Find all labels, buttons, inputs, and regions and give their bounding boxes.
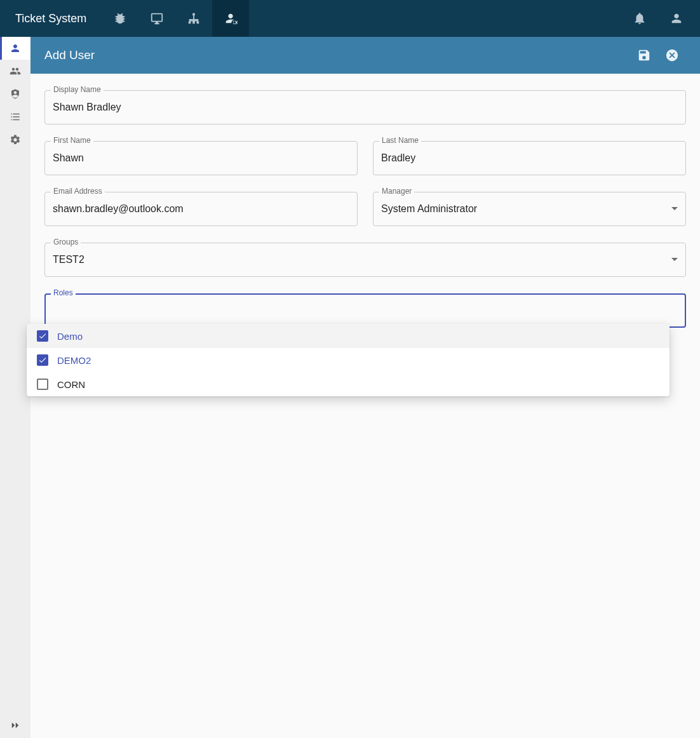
checkbox-checked-icon [37,354,48,366]
display-name-field[interactable]: Display Name [44,90,686,124]
manager-value: System Administrator [381,203,671,215]
roles-option-demo[interactable]: Demo [27,324,670,348]
roles-option-label: CORN [57,379,85,390]
last-name-field[interactable]: Last Name [373,141,686,175]
roles-option-demo2[interactable]: DEMO2 [27,348,670,372]
manager-label: Manager [379,187,414,196]
form-area: Display Name First Name [30,74,700,738]
roles-option-label: DEMO2 [57,355,91,366]
page-header: Add User [30,37,700,74]
roles-field[interactable]: Roles [44,293,686,328]
display-name-input[interactable] [53,102,678,113]
checkbox-unchecked-icon [37,379,48,390]
manager-field[interactable]: Manager System Administrator [373,192,686,226]
save-button[interactable] [630,41,658,69]
chevron-down-icon [671,254,678,265]
email-field[interactable]: Email Address [44,192,358,226]
roles-label: Roles [51,288,76,297]
roles-option-label: Demo [57,331,83,342]
top-nav [102,0,249,37]
sidebar-roles-icon[interactable] [0,83,30,105]
nav-desktop-icon[interactable] [138,0,175,37]
groups-field[interactable]: Groups TEST2 [44,243,686,277]
nav-bug-icon[interactable] [102,0,138,37]
roles-option-corn[interactable]: CORN [27,372,670,396]
app-name: Ticket System [0,12,102,25]
sidebar-user-icon[interactable] [0,37,30,60]
last-name-label: Last Name [379,136,421,145]
first-name-label: First Name [51,136,93,145]
sidebar-group-icon[interactable] [0,60,30,83]
notifications-icon[interactable] [621,0,658,37]
groups-label: Groups [51,238,81,246]
first-name-field[interactable]: First Name [44,141,358,175]
checkbox-checked-icon [37,330,48,342]
close-button[interactable] [658,41,686,69]
account-icon[interactable] [658,0,695,37]
top-bar: Ticket System [0,0,700,37]
nav-sitemap-icon[interactable] [175,0,212,37]
display-name-label: Display Name [51,85,104,94]
last-name-input[interactable] [381,152,678,164]
roles-dropdown: Demo DEMO2 CORN [27,324,670,396]
email-label: Email Address [51,187,105,196]
nav-user-settings-icon[interactable] [212,0,249,37]
page-title: Add User [44,48,95,62]
sidebar-list-icon[interactable] [0,105,30,128]
chevron-down-icon [671,203,678,215]
sidebar [0,37,30,738]
groups-value: TEST2 [53,254,671,265]
sidebar-settings-icon[interactable] [0,128,30,151]
sidebar-expand-icon[interactable] [0,713,30,738]
first-name-input[interactable] [53,152,349,164]
email-input[interactable] [53,203,349,215]
